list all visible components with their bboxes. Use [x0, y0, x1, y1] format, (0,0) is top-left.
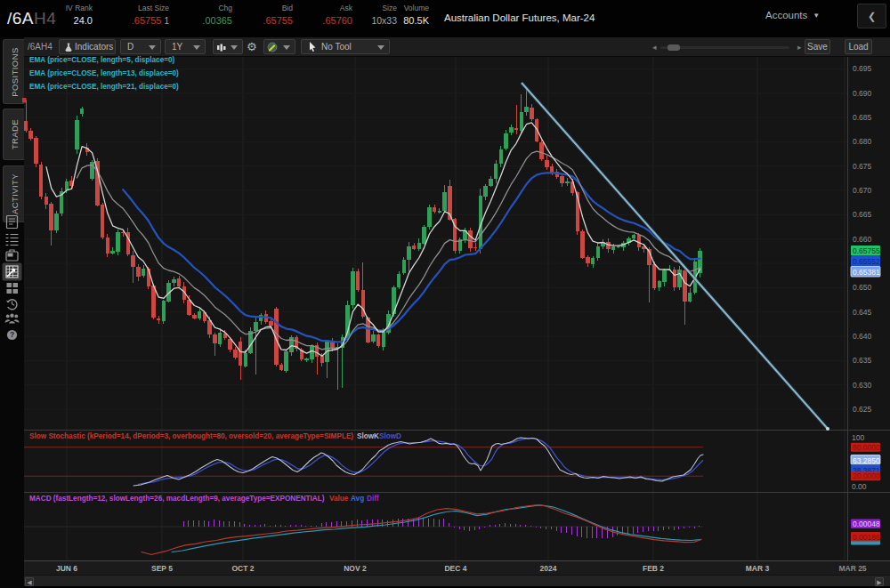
- svg-text:MACD (fastLength=12, slowLengt: MACD (fastLength=12, slowLength=26, macd…: [29, 495, 325, 503]
- svg-text:80.0000: 80.0000: [853, 443, 880, 452]
- svg-text:NOV 2: NOV 2: [344, 564, 367, 573]
- svg-text:0.660: 0.660: [853, 235, 872, 244]
- svg-text:0.00048: 0.00048: [853, 520, 880, 528]
- svg-text:20.0000: 20.0000: [853, 471, 880, 480]
- svg-text:0.00: 0.00: [852, 482, 867, 491]
- svg-text:Avg: Avg: [351, 495, 364, 503]
- svg-text:0.685: 0.685: [853, 113, 872, 122]
- svg-text:0.645: 0.645: [853, 308, 872, 317]
- svg-text:63.2850: 63.2850: [853, 456, 880, 465]
- svg-text:2024: 2024: [540, 564, 557, 573]
- svg-text:0.625: 0.625: [853, 405, 872, 414]
- svg-text:OCT 2: OCT 2: [231, 564, 254, 573]
- svg-text:EMA (price=CLOSE, length=5, di: EMA (price=CLOSE, length=5, displace=0): [29, 56, 175, 64]
- svg-text:?: ?: [10, 330, 14, 339]
- svg-text:0.690: 0.690: [853, 89, 872, 98]
- svg-text:0.665: 0.665: [853, 210, 872, 219]
- svg-text:DEC 4: DEC 4: [444, 564, 466, 573]
- svg-text:0.670: 0.670: [853, 186, 872, 195]
- svg-text:0.680: 0.680: [853, 137, 872, 146]
- svg-text:0.635: 0.635: [853, 356, 872, 365]
- svg-text:0.00186: 0.00186: [853, 533, 880, 542]
- svg-text:JUN 6: JUN 6: [56, 564, 77, 573]
- svg-text:100: 100: [852, 433, 864, 442]
- svg-text:0.650: 0.650: [853, 283, 872, 292]
- svg-text:0.630: 0.630: [853, 381, 872, 390]
- svg-text:MAR 25: MAR 25: [838, 564, 866, 573]
- svg-text:0.65755: 0.65755: [853, 246, 880, 255]
- svg-text:Value: Value: [329, 495, 349, 503]
- svg-text:Diff: Diff: [367, 495, 379, 503]
- svg-text:SlowD: SlowD: [379, 432, 401, 440]
- svg-text:0.675: 0.675: [853, 162, 872, 171]
- svg-text:Slow Stochastic (kPeriod=14, d: Slow Stochastic (kPeriod=14, dPeriod=3, …: [29, 432, 353, 440]
- svg-text:SlowK: SlowK: [357, 432, 379, 440]
- svg-text:0.65381: 0.65381: [853, 268, 880, 277]
- svg-text:FEB 2: FEB 2: [643, 564, 664, 573]
- svg-text:SEP 5: SEP 5: [151, 564, 173, 573]
- svg-text:0.695: 0.695: [853, 64, 872, 73]
- svg-text:EMA (price=CLOSE, length=21, d: EMA (price=CLOSE, length=21, displace=0): [29, 83, 179, 91]
- svg-text:0.640: 0.640: [853, 332, 872, 341]
- svg-text:EMA (price=CLOSE, length=13, d: EMA (price=CLOSE, length=13, displace=0): [29, 69, 179, 77]
- svg-text:MAR 3: MAR 3: [746, 564, 770, 573]
- svg-text:0.65552: 0.65552: [853, 257, 880, 266]
